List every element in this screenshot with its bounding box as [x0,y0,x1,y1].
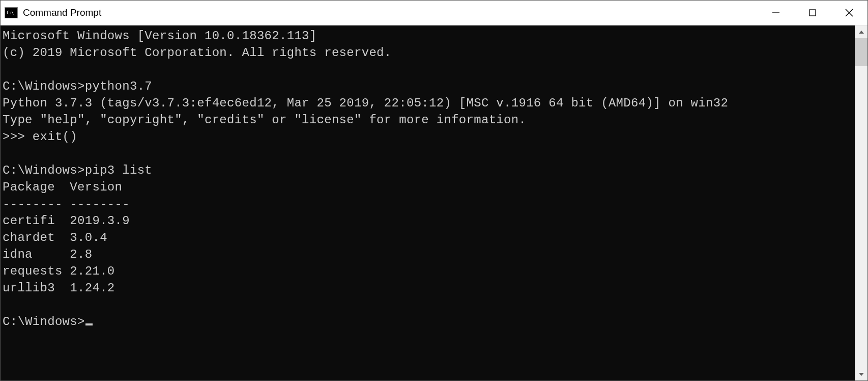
cursor-icon [85,323,93,325]
minimize-icon [772,9,780,17]
terminal-line: >>> exit() [3,130,77,144]
maximize-icon [808,9,817,17]
titlebar[interactable]: Command Prompt [1,1,867,25]
close-button[interactable] [831,1,867,25]
terminal-line: Package Version [3,180,122,194]
svg-marker-5 [859,373,864,376]
terminal-line: Microsoft Windows [Version 10.0.18362.11… [3,29,317,43]
scroll-track[interactable] [855,38,867,368]
svg-rect-1 [809,10,816,16]
window-controls [758,1,867,25]
terminal-line: (c) 2019 Microsoft Corporation. All righ… [3,46,392,60]
titlebar-left: Command Prompt [1,7,101,18]
terminal-line: urllib3 1.24.2 [3,281,115,295]
window-title: Command Prompt [23,7,101,18]
terminal-line: -------- -------- [3,197,130,211]
terminal-line: idna 2.8 [3,248,92,261]
terminal[interactable]: Microsoft Windows [Version 10.0.18362.11… [1,25,855,380]
terminal-line: C:\Windows>python3.7 [3,79,152,93]
terminal-area: Microsoft Windows [Version 10.0.18362.11… [1,25,867,380]
scroll-down-icon[interactable] [855,368,867,380]
terminal-line: Python 3.7.3 (tags/v3.7.3:ef4ec6ed12, Ma… [3,96,728,110]
terminal-line: C:\Windows>pip3 list [3,164,152,177]
terminal-line: C:\Windows> [3,315,85,329]
close-icon [845,9,853,17]
terminal-line: chardet 3.0.4 [3,231,107,244]
terminal-line: requests 2.21.0 [3,264,115,278]
scroll-thumb[interactable] [855,38,867,66]
terminal-line: certifi 2019.3.9 [3,214,130,228]
svg-marker-4 [859,31,864,34]
maximize-button[interactable] [794,1,831,25]
scrollbar[interactable] [855,25,867,380]
minimize-button[interactable] [758,1,794,25]
scroll-up-icon[interactable] [855,25,867,38]
app-icon [5,7,18,18]
terminal-line: Type "help", "copyright", "credits" or "… [3,113,526,127]
